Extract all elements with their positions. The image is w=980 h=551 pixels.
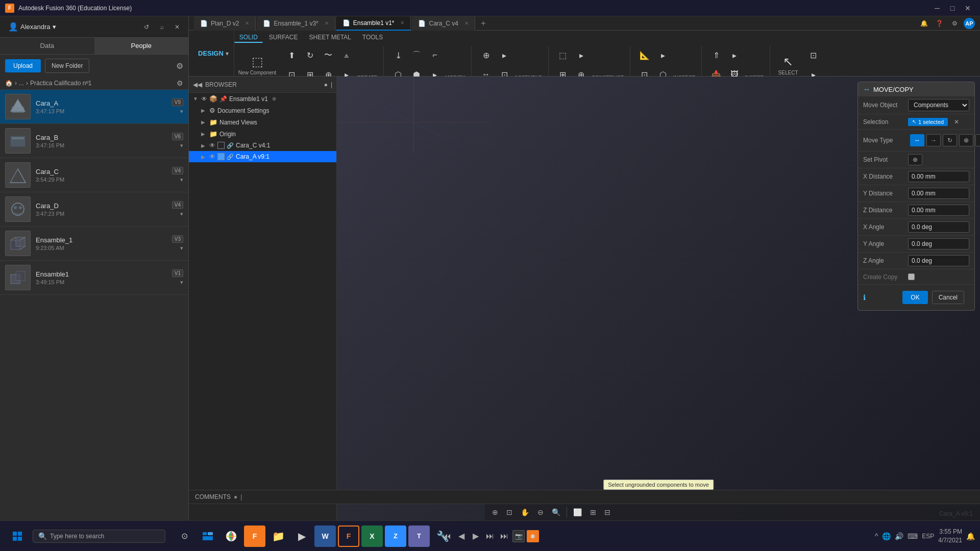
file-item[interactable]: Cara_B 3:47:16 PM V6 ▾: [0, 124, 188, 158]
selection-badge[interactable]: ↖ 1 selected: [908, 118, 948, 126]
vp-fit-button[interactable]: ⊕: [490, 507, 500, 517]
search-bar[interactable]: 🔍: [33, 530, 165, 543]
timeline-record-icon[interactable]: ⏺: [527, 530, 539, 542]
start-button[interactable]: [5, 524, 30, 548]
comments-options-icon[interactable]: ●: [234, 493, 237, 500]
x-angle-input[interactable]: [908, 221, 969, 233]
breadcrumb-dots[interactable]: ...: [19, 80, 24, 87]
timeline-end-button[interactable]: ⏭: [498, 530, 510, 542]
breadcrumb-home[interactable]: 🏠: [5, 80, 13, 87]
new-folder-button[interactable]: New Folder: [45, 59, 89, 73]
tab-close-icon[interactable]: ✕: [464, 20, 469, 26]
taskbar-app-media[interactable]: ▶: [291, 525, 312, 547]
tab-ensamble1-v1[interactable]: 📄 Ensamble1 v1* ✕: [336, 16, 411, 31]
tab-close-icon[interactable]: ✕: [325, 20, 329, 26]
measure-button[interactable]: 📐: [634, 46, 655, 64]
ok-button[interactable]: OK: [902, 291, 927, 304]
toolbar-tab-tools[interactable]: TOOLS: [357, 33, 388, 43]
breadcrumb-current[interactable]: Práctica Calificado nº1: [30, 80, 91, 87]
z-distance-input[interactable]: [908, 205, 969, 216]
x-distance-input[interactable]: [908, 171, 969, 182]
vp-select-button[interactable]: ⊡: [504, 507, 514, 517]
toolbar-tab-sheetmetal[interactable]: SHEET METAL: [304, 33, 356, 43]
settings-tab-icon[interactable]: ⚙: [948, 17, 961, 30]
timeline-play-button[interactable]: ▶: [470, 530, 482, 542]
viewport-canvas[interactable]: TOP LEFT FRONT Select ungrounded compone…: [337, 77, 980, 520]
toolbar-tab-solid[interactable]: SOLID: [234, 33, 263, 43]
taskbar-app-fusion[interactable]: F: [244, 525, 265, 547]
tray-keyboard-icon[interactable]: ⌨: [908, 532, 918, 540]
toolbar-tab-surface[interactable]: SURFACE: [264, 33, 303, 43]
user-avatar[interactable]: AP: [964, 18, 975, 29]
move-type-along-btn[interactable]: →: [926, 134, 941, 146]
file-item[interactable]: Cara_D 3:47:23 PM V4 ▾: [0, 192, 188, 227]
taskbar-app-zoom[interactable]: Z: [385, 525, 406, 547]
maximize-button[interactable]: □: [945, 3, 960, 13]
select-button[interactable]: ↖ SELECT: [774, 53, 802, 78]
move-type-rotate-btn[interactable]: ↻: [943, 134, 957, 146]
viewport[interactable]: ◀◀ BROWSER ● | ▼ 👁 📦 📌 Ensamble1 v1 ⊕ ▶ …: [189, 77, 980, 520]
browser-item-origin[interactable]: ▶ 📁 Origin: [189, 128, 336, 140]
tab-cara-c-v4[interactable]: 📄 Cara_C v4 ✕: [412, 16, 475, 31]
vp-pan-button[interactable]: ✋: [519, 507, 531, 517]
tab-close-icon[interactable]: ✕: [245, 20, 249, 26]
chamfer-button[interactable]: ⌐: [425, 46, 445, 64]
vp-zoom-fit-button[interactable]: 🔍: [550, 507, 562, 517]
visibility-icon[interactable]: 👁: [209, 153, 215, 160]
fillet-button[interactable]: ⌒: [406, 46, 427, 64]
move-type-free-btn[interactable]: ↔: [910, 134, 924, 146]
tab-close-icon[interactable]: ✕: [400, 20, 404, 26]
y-angle-input[interactable]: [908, 238, 969, 249]
vp-env-button[interactable]: ⊟: [602, 507, 612, 517]
comments-expand-icon[interactable]: |: [240, 493, 242, 500]
vp-zoom-button[interactable]: ⊖: [535, 507, 546, 517]
vp-display-button[interactable]: ⬜: [571, 507, 584, 517]
file-item[interactable]: Ensamble_1 9:23:05 AM V3 ▾: [0, 227, 188, 261]
close-panel-button[interactable]: ✕: [171, 21, 183, 33]
visibility-icon[interactable]: 👁: [201, 95, 207, 103]
taskbar-app-word[interactable]: W: [314, 525, 336, 547]
design-menu[interactable]: DESIGN ▾: [198, 49, 229, 57]
more-construct-button[interactable]: ▸: [571, 46, 592, 64]
move-type-point-btn[interactable]: ⊕: [959, 134, 973, 146]
refresh-button[interactable]: ↺: [140, 21, 153, 33]
taskbar-app-cortana[interactable]: ⊙: [174, 525, 195, 547]
move-type-face-btn[interactable]: ⬡: [975, 134, 980, 146]
tray-lang[interactable]: ESP: [922, 533, 934, 540]
browser-item-settings[interactable]: ▶ ⚙ Document Settings: [189, 105, 336, 116]
timeline-forward-button[interactable]: ⏭: [484, 530, 496, 542]
taskbar-app-teams[interactable]: T: [408, 525, 430, 547]
settings-icon[interactable]: ⚙: [176, 61, 183, 71]
more-assemble-button[interactable]: ▸: [494, 46, 514, 64]
user-menu[interactable]: 👤 Alexandra ▾: [5, 20, 59, 34]
pin-icon[interactable]: 📌: [219, 95, 227, 103]
tab-add-button[interactable]: +: [476, 16, 491, 31]
press-pull-button[interactable]: ⤓: [388, 46, 408, 64]
file-item[interactable]: Cara_C 3:54:29 PM V4 ▾: [0, 158, 188, 192]
joint-button[interactable]: ⊕: [476, 46, 496, 64]
more-inspect-button[interactable]: ▸: [653, 46, 673, 64]
notification-tray-icon[interactable]: 🔔: [966, 532, 975, 540]
extrude-button[interactable]: ⬆: [281, 46, 302, 64]
tray-expand-icon[interactable]: ^: [875, 532, 878, 540]
revolve-button[interactable]: ↻: [300, 46, 320, 64]
timeline-camera-icon[interactable]: 📷: [512, 530, 525, 542]
tab-people[interactable]: People: [94, 38, 189, 54]
new-component-button[interactable]: ⬚ New Component: [234, 53, 280, 78]
y-distance-input[interactable]: [908, 188, 969, 199]
browser-item-namedviews[interactable]: ▶ 📁 Named Views: [189, 116, 336, 128]
clock[interactable]: 3:55 PM 4/7/2021: [938, 528, 962, 545]
taskbar-app-folder[interactable]: 📁: [267, 525, 289, 547]
help-icon[interactable]: ❓: [933, 17, 945, 30]
set-pivot-button[interactable]: ⊕: [908, 154, 922, 165]
minimize-button[interactable]: ─: [930, 3, 944, 13]
tab-ensamble1-v3[interactable]: 📄 Ensamble_1 v3* ✕: [257, 16, 335, 31]
vp-grid-button[interactable]: ⊞: [588, 507, 598, 517]
clear-selection-icon[interactable]: ✕: [954, 118, 959, 126]
search-input[interactable]: [50, 533, 160, 540]
browser-item-cara-a[interactable]: ▶ 👁 🔗 Cara_A v9:1: [189, 151, 336, 162]
select-through-button[interactable]: ⊡: [803, 46, 824, 64]
timeline-start-button[interactable]: ⏮: [441, 530, 453, 542]
search-button[interactable]: ⌕: [156, 21, 168, 33]
tray-network-icon[interactable]: 🌐: [882, 532, 891, 540]
